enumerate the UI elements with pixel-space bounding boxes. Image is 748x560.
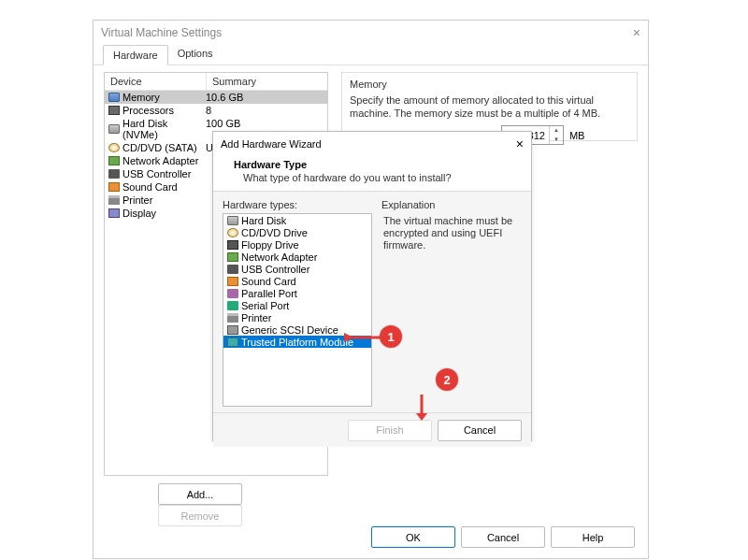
device-name: Printer <box>122 194 152 206</box>
wizard-title: Add Hardware Wizard <box>221 138 322 150</box>
hw-label: USB Controller <box>241 264 309 275</box>
ok-button[interactable]: OK <box>371 526 455 548</box>
types-label: Hardware types: <box>223 199 372 210</box>
wizard-footer: Finish Cancel <box>213 413 531 447</box>
col-summary: Summary <box>207 73 327 90</box>
wizard-cancel-button[interactable]: Cancel <box>438 420 522 441</box>
hardware-types-list[interactable]: Hard DiskCD/DVD DriveFloppy DriveNetwork… <box>223 213 372 407</box>
device-name: Network Adapter <box>122 155 198 166</box>
hardware-type-item[interactable]: Serial Port <box>223 299 371 311</box>
device-name: Processors <box>122 105 174 116</box>
explanation-text: The virtual machine must be encrypted an… <box>381 213 522 253</box>
add-button[interactable]: Add... <box>158 483 242 505</box>
annotation-2: 2 <box>436 368 458 391</box>
close-icon[interactable]: × <box>633 25 640 40</box>
hw-icon <box>227 277 238 286</box>
device-summary: 8 <box>204 105 327 116</box>
hw-icon <box>227 216 238 225</box>
wizard-left: Hardware types: Hard DiskCD/DVD DriveFlo… <box>223 199 372 405</box>
device-table-header: Device Summary <box>105 73 327 91</box>
hardware-type-item[interactable]: Trusted Platform Module <box>223 336 371 348</box>
device-icon <box>108 169 120 179</box>
device-name: Hard Disk (NVMe) <box>122 118 204 140</box>
hw-icon <box>227 301 238 310</box>
hardware-type-item[interactable]: Parallel Port <box>223 287 371 299</box>
hw-icon <box>227 240 238 250</box>
device-name: CD/DVD (SATA) <box>122 142 197 153</box>
tab-options[interactable]: Options <box>168 44 223 65</box>
hardware-type-item[interactable]: CD/DVD Drive <box>223 226 371 238</box>
hardware-type-item[interactable]: Network Adapter <box>223 251 371 263</box>
device-icon <box>108 106 120 115</box>
footer-buttons: OK Cancel Help <box>371 526 635 548</box>
spinner-arrows[interactable]: ▲▼ <box>549 126 563 144</box>
wizard-heading: Hardware Type <box>234 159 307 170</box>
annotation-1: 1 <box>380 325 402 348</box>
memory-title: Memory <box>350 79 629 90</box>
hw-label: Sound Card <box>241 276 296 287</box>
device-name: Sound Card <box>122 181 178 193</box>
hw-label: Network Adapter <box>241 251 317 263</box>
hardware-type-item[interactable]: Floppy Drive <box>223 238 371 251</box>
hw-icon <box>227 337 238 347</box>
device-icon <box>108 182 120 192</box>
hardware-type-item[interactable]: USB Controller <box>223 263 371 275</box>
titlebar: Virtual Machine Settings × <box>94 21 648 44</box>
remove-button: Remove <box>158 505 242 526</box>
wizard-header: Hardware Type What type of hardware do y… <box>213 155 531 192</box>
hardware-type-item[interactable]: Hard Disk <box>223 214 371 226</box>
device-icon <box>108 124 120 134</box>
wizard-subheading: What type of hardware do you want to ins… <box>234 172 511 183</box>
explanation-label: Explanation <box>381 199 522 210</box>
device-icon <box>108 156 120 165</box>
hardware-type-item[interactable]: Printer <box>223 311 371 323</box>
hw-label: Printer <box>241 312 271 323</box>
window-title: Virtual Machine Settings <box>101 26 222 39</box>
col-device: Device <box>105 73 207 90</box>
device-summary: 10.6 GB <box>204 92 327 103</box>
hw-label: CD/DVD Drive <box>241 227 308 238</box>
hw-icon <box>227 325 238 335</box>
tabs: Hardware Options <box>94 44 648 65</box>
device-row[interactable]: Processors8 <box>105 104 327 117</box>
tab-hardware[interactable]: Hardware <box>103 45 168 65</box>
add-remove-bar: Add... Remove <box>158 483 328 526</box>
hw-label: Serial Port <box>241 300 289 311</box>
wizard-titlebar: Add Hardware Wizard × <box>213 132 531 155</box>
close-icon[interactable]: × <box>516 136 524 151</box>
device-row[interactable]: Memory10.6 GB <box>105 91 327 104</box>
hardware-type-item[interactable]: Generic SCSI Device <box>223 323 371 336</box>
hw-icon <box>227 313 238 323</box>
device-name: USB Controller <box>122 168 191 179</box>
wizard-body: Hardware types: Hard DiskCD/DVD DriveFlo… <box>213 192 531 413</box>
device-name: Memory <box>122 92 160 103</box>
help-button[interactable]: Help <box>551 526 635 548</box>
device-icon <box>108 208 120 218</box>
memory-unit: MB <box>569 130 585 141</box>
hw-icon <box>227 252 238 262</box>
hw-icon <box>227 289 238 298</box>
device-name: Display <box>122 208 156 219</box>
memory-desc: Specify the amount of memory allocated t… <box>350 93 629 120</box>
hw-label: Generic SCSI Device <box>241 324 338 336</box>
hw-label: Parallel Port <box>241 288 297 299</box>
hw-icon <box>227 228 238 237</box>
hw-label: Hard Disk <box>241 215 286 226</box>
device-icon <box>108 195 120 205</box>
add-hardware-wizard: Add Hardware Wizard × Hardware Type What… <box>212 131 532 441</box>
hw-label: Trusted Platform Module <box>241 337 353 348</box>
hw-label: Floppy Drive <box>241 239 299 251</box>
hw-icon <box>227 265 238 274</box>
device-icon <box>108 93 120 102</box>
cancel-button[interactable]: Cancel <box>461 526 545 548</box>
hardware-type-item[interactable]: Sound Card <box>223 275 371 287</box>
finish-button[interactable]: Finish <box>348 420 432 441</box>
device-icon <box>108 143 120 152</box>
